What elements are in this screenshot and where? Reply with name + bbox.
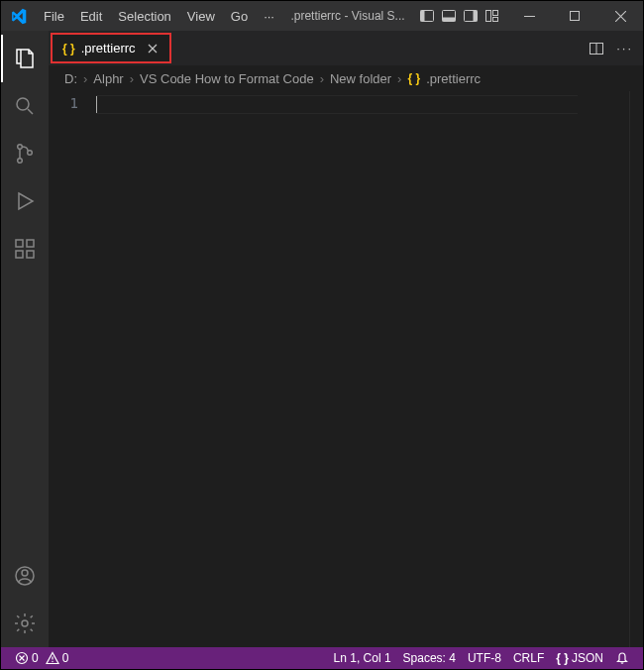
warning-icon (46, 651, 59, 665)
menu-view[interactable]: View (179, 1, 223, 31)
json-file-icon: { } (62, 42, 75, 56)
tab-filename: .prettierrc (81, 41, 136, 56)
menu-bar: File Edit Selection View Go ··· (36, 1, 282, 31)
svg-rect-17 (27, 251, 34, 258)
more-actions-icon[interactable]: ··· (616, 41, 633, 56)
svg-point-26 (52, 661, 53, 662)
activity-run-debug[interactable] (1, 177, 49, 225)
menu-edit[interactable]: Edit (72, 1, 110, 31)
title-bar: File Edit Selection View Go ··· .prettie… (1, 1, 643, 31)
svg-rect-10 (570, 11, 579, 20)
activity-settings[interactable] (1, 600, 49, 647)
svg-rect-16 (16, 251, 23, 258)
current-line-highlight (96, 95, 578, 114)
svg-rect-3 (443, 18, 456, 22)
status-feedback[interactable] (609, 647, 635, 669)
minimap[interactable] (613, 91, 629, 647)
window-controls (506, 1, 643, 31)
tab-close-icon[interactable] (146, 42, 160, 56)
scrollbar[interactable] (629, 91, 643, 647)
chevron-right-icon: › (130, 71, 134, 86)
svg-rect-1 (421, 11, 425, 22)
code-area[interactable] (96, 91, 613, 647)
svg-rect-7 (493, 11, 498, 16)
crumb-drive: D:› (64, 71, 87, 86)
maximize-button[interactable] (552, 1, 597, 31)
svg-rect-5 (474, 11, 478, 22)
chevron-right-icon: › (320, 71, 324, 86)
activity-search[interactable] (1, 82, 49, 130)
status-encoding[interactable]: UTF-8 (462, 647, 507, 669)
svg-point-13 (18, 159, 23, 164)
activity-bar (1, 31, 49, 647)
menu-selection[interactable]: Selection (110, 1, 178, 31)
editor[interactable]: 1 (49, 91, 643, 647)
activity-explorer[interactable] (1, 35, 49, 82)
json-icon: { } (556, 651, 569, 665)
svg-point-11 (17, 98, 29, 110)
menu-file[interactable]: File (36, 1, 72, 31)
activity-source-control[interactable] (1, 130, 49, 177)
bell-icon (615, 651, 629, 665)
chevron-right-icon: › (83, 71, 87, 86)
svg-point-21 (22, 620, 28, 626)
window-title: .prettierrc - Visual S... (282, 9, 413, 23)
crumb-folder: New folder› (330, 71, 401, 86)
status-problems[interactable]: 0 0 (9, 647, 74, 669)
status-bar: 0 0 Ln 1, Col 1 Spaces: 4 UTF-8 CRLF { }… (1, 647, 643, 669)
vscode-logo-icon (1, 8, 36, 25)
chevron-right-icon: › (397, 71, 401, 86)
status-eol[interactable]: CRLF (507, 647, 550, 669)
activity-accounts[interactable] (1, 552, 49, 600)
line-number: 1 (49, 95, 78, 111)
json-file-icon: { } (407, 71, 420, 85)
layout-controls (413, 8, 506, 24)
split-editor-icon[interactable] (589, 41, 604, 56)
error-icon (15, 651, 29, 665)
status-cursor[interactable]: Ln 1, Col 1 (328, 647, 397, 669)
svg-rect-15 (16, 240, 23, 247)
status-language[interactable]: { } JSON (550, 647, 609, 669)
toggle-panel-icon[interactable] (441, 8, 457, 24)
svg-point-14 (28, 151, 33, 156)
customize-layout-icon[interactable] (484, 8, 500, 24)
svg-point-12 (18, 145, 23, 150)
menu-more[interactable]: ··· (256, 1, 282, 31)
toggle-secondary-sidebar-icon[interactable] (463, 8, 479, 24)
svg-rect-8 (493, 18, 498, 22)
minimize-button[interactable] (506, 1, 552, 31)
crumb-file: { } .prettierrc (407, 71, 481, 86)
svg-rect-18 (27, 240, 34, 247)
tab-bar: { } .prettierrc ··· (49, 31, 643, 65)
activity-extensions[interactable] (1, 225, 49, 273)
status-indent[interactable]: Spaces: 4 (397, 647, 462, 669)
svg-rect-6 (486, 11, 491, 22)
crumb-folder: VS Code How to Format Code› (140, 71, 324, 86)
text-cursor (96, 96, 97, 113)
line-gutter: 1 (49, 91, 96, 647)
svg-rect-9 (524, 16, 535, 17)
toggle-primary-sidebar-icon[interactable] (419, 8, 435, 24)
editor-area: { } .prettierrc ··· D:› Alphr› VS Code H… (49, 31, 643, 647)
crumb-folder: Alphr› (93, 71, 134, 86)
breadcrumbs[interactable]: D:› Alphr› VS Code How to Format Code› N… (49, 65, 643, 91)
tab-actions: ··· (589, 31, 643, 65)
menu-go[interactable]: Go (223, 1, 256, 31)
tab-prettierrc[interactable]: { } .prettierrc (51, 33, 171, 63)
main-area: { } .prettierrc ··· D:› Alphr› VS Code H… (1, 31, 643, 647)
svg-point-20 (22, 570, 28, 576)
close-button[interactable] (597, 1, 643, 31)
